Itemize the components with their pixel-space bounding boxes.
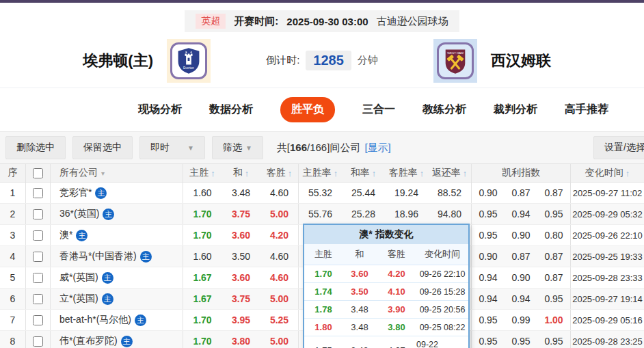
home-marker-icon: 主 (121, 336, 133, 347)
sort-up-icon: ↑ (626, 168, 630, 178)
sort-up-icon: ↑ (372, 168, 377, 178)
row-select[interactable] (26, 310, 51, 330)
kelly-home-cell: 0.95 (472, 204, 505, 224)
table-row[interactable]: 2 36*(英国)主 1.70 3.75 5.00 55.76 25.28 18… (0, 204, 644, 225)
company-cell[interactable]: 竞彩官*主 (51, 183, 183, 203)
table-row[interactable]: 1 竞彩官*主 1.60 3.48 4.60 55.32 25.44 19.24… (0, 183, 644, 204)
row-checkbox[interactable] (33, 230, 43, 241)
kelly-away-cell: 0.95 (537, 331, 571, 348)
company-cell[interactable]: bet-at-h*(马尔他)主 (51, 310, 183, 330)
home-rate-cell: 55.32 (299, 183, 342, 203)
toolbar: 删除选中 保留选中 即时 ▼ 筛选 ▼ 共[166/166]间公司[显示] 设置… (0, 131, 644, 164)
header-return-rate[interactable]: 返还率↑ (428, 164, 472, 182)
header-home-odds[interactable]: 主胜↑ (183, 164, 222, 182)
svg-text:WEST HAM: WEST HAM (447, 51, 464, 54)
popup-change-time: 09-22 22:19(初指) (416, 340, 468, 348)
change-time-cell: 2025-09-29 05:32 (571, 204, 644, 224)
header-select-all[interactable] (26, 164, 51, 182)
popup-change-time: 09-26 22:10 (416, 269, 468, 279)
header-company[interactable]: 所有公司▾ (51, 164, 183, 182)
company-name: 威*(英国) (59, 271, 98, 284)
popup-home-odds: 1.70 (304, 269, 343, 279)
row-checkbox[interactable] (33, 188, 43, 198)
header-home-rate[interactable]: 主胜率↑ (299, 164, 342, 182)
delete-selected-button[interactable]: 删除选中 (5, 136, 66, 159)
row-select[interactable] (26, 183, 51, 203)
draw-rate-cell: 25.28 (342, 204, 385, 224)
row-checkbox[interactable] (33, 209, 43, 219)
tab-three-in-one[interactable]: 三合一 (362, 103, 395, 117)
header-seq: 序 (0, 164, 26, 182)
row-select[interactable] (26, 267, 51, 288)
away-odds-cell: 5.00 (260, 331, 299, 348)
popup-away-odds: 3.80 (377, 322, 416, 332)
header-away-odds[interactable]: 客胜↑ (260, 164, 299, 182)
tab-win-draw-lose[interactable]: 胜平负 (280, 97, 335, 122)
company-cell[interactable]: 澳*主 (51, 225, 183, 245)
row-checkbox[interactable] (33, 336, 43, 347)
home-marker-icon: 主 (76, 230, 88, 241)
row-checkbox[interactable] (33, 315, 43, 325)
away-rate-cell: 18.96 (385, 204, 428, 224)
company-name: 竞彩官* (59, 187, 92, 199)
header-draw-rate[interactable]: 和率↑ (342, 164, 385, 182)
header-change-time[interactable]: 变化时间↑ (571, 164, 644, 182)
header-draw-odds[interactable]: 和↑ (222, 164, 260, 182)
away-odds-cell: 4.60 (260, 246, 299, 267)
teams-row: 埃弗顿(主) Everton 倒计时: 1285 分钟 (0, 34, 644, 88)
tab-live-analysis[interactable]: 现场分析 (138, 103, 182, 117)
kelly-draw-cell: 0.90 (505, 267, 537, 288)
row-select[interactable] (26, 204, 51, 224)
kelly-away-cell: 0.87 (537, 267, 571, 288)
keep-selected-button[interactable]: 保留选中 (72, 136, 133, 159)
tab-coach-analysis[interactable]: 教练分析 (422, 103, 466, 117)
company-name: 澳* (59, 229, 72, 241)
kelly-away-cell: 0.87 (537, 246, 571, 267)
popup-away-odds: 3.90 (377, 304, 416, 314)
tab-data-analysis[interactable]: 数据分析 (209, 103, 253, 117)
home-team-crest: Everton (167, 39, 211, 83)
mode-select[interactable]: 即时 ▼ (139, 136, 205, 159)
row-select[interactable] (26, 289, 51, 309)
tab-expert-picks[interactable]: 高手推荐 (565, 103, 608, 117)
popup-home-odds: 1.80 (304, 322, 343, 332)
home-rate-cell: 55.76 (299, 204, 342, 224)
row-select[interactable] (26, 331, 51, 348)
row-select[interactable] (26, 225, 51, 245)
company-cell[interactable]: 36*(英国)主 (51, 204, 183, 224)
filter-button[interactable]: 筛选 ▼ (212, 136, 263, 159)
select-all-checkbox[interactable] (33, 168, 43, 178)
draw-odds-cell: 3.50 (222, 246, 260, 267)
home-marker-icon: 主 (102, 293, 113, 305)
kelly-away-cell: 0.80 (537, 225, 571, 245)
company-cell[interactable]: 立*(英国)主 (51, 289, 183, 309)
row-checkbox[interactable] (33, 294, 43, 304)
home-odds-cell: 1.70 (183, 225, 222, 245)
sort-up-icon: ↑ (420, 168, 425, 178)
row-checkbox[interactable] (33, 252, 43, 262)
popup-row: 1.78 3.48 3.90 09-25 20:56 (304, 301, 468, 319)
league-badge[interactable]: 英超 (196, 14, 226, 29)
show-link[interactable]: [显示] (364, 142, 390, 153)
home-odds-cell: 1.67 (183, 267, 222, 288)
row-seq: 3 (0, 225, 26, 245)
header-away-rate[interactable]: 客胜率↑ (385, 164, 428, 182)
popup-draw-odds: 3.48 (343, 304, 377, 314)
popup-title: 澳* 指数变化 (304, 225, 468, 244)
row-seq: 5 (0, 267, 26, 288)
change-time-cell: 2025-09-28 23:33 (571, 267, 644, 288)
popup-header-away: 客胜 (377, 248, 416, 260)
settings-button[interactable]: 设置/选择 (593, 136, 644, 159)
kelly-draw-cell: 0.87 (505, 183, 537, 203)
company-count-selected: 166 (290, 142, 307, 153)
change-time-cell: 2025-09-27 19:14 (571, 289, 644, 309)
company-cell[interactable]: 香港马*(中国香港)主 (51, 246, 183, 267)
home-marker-icon: 主 (102, 272, 113, 284)
company-cell[interactable]: 威*(英国)主 (51, 267, 183, 288)
match-info-strip: 英超 开赛时间: 2025-09-30 03:00 古迪逊公园球场 (0, 10, 644, 32)
row-select[interactable] (26, 246, 51, 267)
countdown-label: 倒计时: (266, 54, 299, 67)
row-checkbox[interactable] (33, 273, 43, 283)
tab-referee-analysis[interactable]: 裁判分析 (494, 103, 537, 117)
company-cell[interactable]: 伟*(直布罗陀)主 (51, 331, 183, 348)
